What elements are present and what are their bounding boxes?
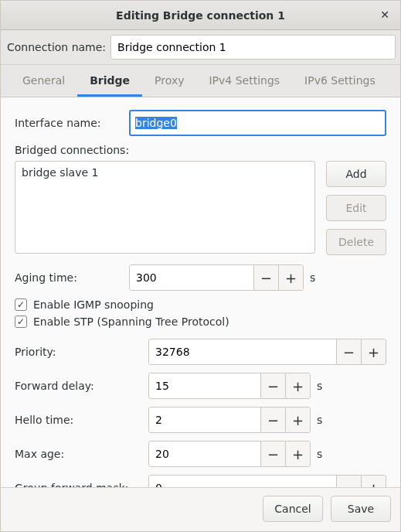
interface-name-input[interactable]: bridge0 xyxy=(129,110,386,136)
stp-checkbox[interactable] xyxy=(15,315,27,328)
forward-delay-label: Forward delay: xyxy=(15,380,142,392)
plus-icon[interactable]: + xyxy=(285,373,310,398)
titlebar: Editing Bridge connection 1 ✕ xyxy=(1,1,400,30)
tab-bar: General Bridge Proxy IPv4 Settings IPv6 … xyxy=(1,65,400,97)
aging-time-spin: − + xyxy=(129,264,304,291)
stp-label: Enable STP (Spanning Tree Protocol) xyxy=(33,315,229,328)
aging-time-input[interactable] xyxy=(130,265,253,290)
plus-icon[interactable]: + xyxy=(278,265,303,290)
group-forward-mask-spin: − + xyxy=(148,475,386,487)
hello-time-input[interactable] xyxy=(149,408,260,432)
max-age-input[interactable] xyxy=(149,442,260,466)
priority-input[interactable] xyxy=(149,339,336,364)
add-button[interactable]: Add xyxy=(326,161,386,187)
forward-delay-spin: − + xyxy=(148,373,311,399)
tab-bridge[interactable]: Bridge xyxy=(77,65,142,97)
group-forward-mask-label: Group forward mask: xyxy=(15,482,142,487)
minus-icon[interactable]: − xyxy=(260,408,285,432)
hello-time-label: Hello time: xyxy=(15,414,142,426)
connection-name-input[interactable] xyxy=(110,35,396,60)
priority-label: Priority: xyxy=(15,346,142,358)
delete-button[interactable]: Delete xyxy=(326,229,386,255)
list-item[interactable]: bridge slave 1 xyxy=(22,166,308,179)
minus-icon[interactable]: − xyxy=(260,373,285,398)
cancel-button[interactable]: Cancel xyxy=(263,496,323,522)
max-age-label: Max age: xyxy=(15,448,142,460)
tab-content: Interface name: bridge0 Bridged connecti… xyxy=(1,97,400,487)
max-age-spin: − + xyxy=(148,441,311,467)
group-forward-mask-input[interactable] xyxy=(149,476,336,487)
plus-icon[interactable]: + xyxy=(361,476,386,487)
hello-time-spin: − + xyxy=(148,407,311,433)
interface-name-value: bridge0 xyxy=(135,117,177,129)
minus-icon: − xyxy=(336,476,361,487)
tab-proxy[interactable]: Proxy xyxy=(142,65,196,97)
close-icon[interactable]: ✕ xyxy=(377,7,393,22)
unit-seconds: s xyxy=(310,271,321,284)
tab-general[interactable]: General xyxy=(10,65,77,97)
plus-icon[interactable]: + xyxy=(361,339,386,364)
forward-delay-input[interactable] xyxy=(149,373,260,398)
igmp-checkbox[interactable] xyxy=(15,298,27,311)
minus-icon[interactable]: − xyxy=(260,442,285,466)
tab-ipv4[interactable]: IPv4 Settings xyxy=(196,65,292,97)
igmp-label: Enable IGMP snooping xyxy=(33,298,154,311)
priority-spin: − + xyxy=(148,339,386,365)
minus-icon[interactable]: − xyxy=(253,265,278,290)
tab-ipv6[interactable]: IPv6 Settings xyxy=(292,65,388,97)
plus-icon[interactable]: + xyxy=(285,442,310,466)
save-button[interactable]: Save xyxy=(331,496,391,522)
aging-time-label: Aging time: xyxy=(15,271,123,284)
unit-seconds: s xyxy=(317,380,328,392)
plus-icon[interactable]: + xyxy=(285,408,310,432)
unit-seconds: s xyxy=(317,414,328,426)
bridged-connections-label: Bridged connections: xyxy=(15,144,386,156)
bridged-connections-list[interactable]: bridge slave 1 xyxy=(15,161,315,254)
minus-icon[interactable]: − xyxy=(336,339,361,364)
edit-button[interactable]: Edit xyxy=(326,195,386,221)
window-title: Editing Bridge connection 1 xyxy=(116,9,285,22)
unit-seconds: s xyxy=(317,448,328,460)
interface-name-label: Interface name: xyxy=(15,117,123,129)
dialog-footer: Cancel Save xyxy=(1,487,400,531)
connection-name-row: Connection name: xyxy=(1,30,400,65)
connection-name-label: Connection name: xyxy=(5,41,106,53)
